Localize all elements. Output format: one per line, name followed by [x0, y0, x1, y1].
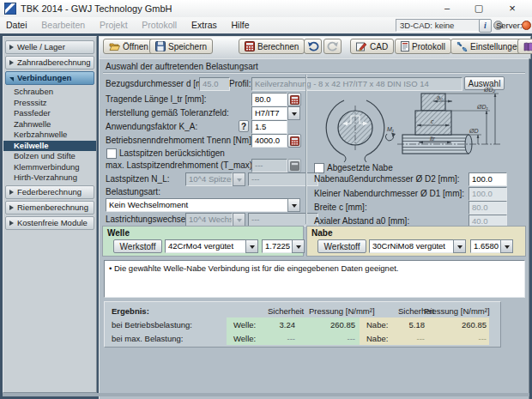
help-button[interactable]: Hilfe	[517, 39, 532, 54]
sidebar-category-welle-lager[interactable]: Welle / Lager	[5, 40, 94, 54]
menu-datei[interactable]: Datei	[0, 17, 33, 30]
calculator-icon	[290, 136, 299, 146]
chevron-right-icon	[9, 45, 14, 50]
ka-help-button[interactable]: ?	[239, 120, 249, 132]
belastungsart-select-value[interactable]: Kein Wechselmoment	[106, 198, 294, 212]
menu-bar: Datei Bearbeiten Projekt Protokoll Extra…	[0, 17, 532, 34]
belastungsart-dropdown-button[interactable]	[287, 198, 300, 212]
info-button[interactable]: i	[479, 19, 492, 33]
results-row-label: bei Betriebsbelastung:	[112, 320, 192, 329]
minimize-button[interactable]: –	[432, 0, 462, 17]
belastungsart-label: Belastungsart:	[106, 187, 160, 196]
sidebar-item-zahnwelle[interactable]: Zahnwelle	[3, 119, 96, 130]
sidebar-category-federberechnung[interactable]: Federberechnung	[5, 185, 94, 199]
close-button[interactable]: ×	[498, 0, 527, 17]
d1-field: 100.0	[469, 187, 507, 201]
maximize-button[interactable]: ▢	[464, 0, 493, 17]
cad-button-label: CAD	[370, 42, 388, 51]
diagram-d1-label: ØD₁	[476, 104, 489, 110]
calculator-icon	[245, 41, 255, 51]
protocol-button[interactable]: Protokoll	[395, 39, 451, 54]
sidebar-category-label: Federberechnung	[17, 187, 82, 196]
abgesetzte-nabe-checkbox[interactable]	[314, 163, 324, 173]
sidebar-item-bolzen-und-stifte[interactable]: Bolzen und Stifte	[3, 151, 96, 162]
chevron-right-icon	[9, 205, 14, 210]
save-button[interactable]: Speichern	[149, 39, 213, 54]
welle-werkstoff-button[interactable]: Werkstoff	[113, 239, 162, 253]
cad-button[interactable]: CAD	[350, 39, 394, 54]
sidebar-item-passfeder[interactable]: Passfeder	[3, 108, 96, 119]
chevron-right-icon	[9, 221, 14, 226]
results-welle-pressung: ---	[311, 334, 355, 343]
tnenn-calculator-button[interactable]	[287, 134, 301, 148]
sidebar-category-label: Verbindungen	[17, 73, 71, 82]
sidebar-category-verbindungen[interactable]: Verbindungen	[5, 71, 94, 85]
chevron-right-icon	[9, 60, 14, 65]
welle-section-title: Welle	[107, 228, 130, 238]
betriebsnenndrehmoment-field[interactable]: 4000.0	[251, 134, 287, 148]
nabe-material-select[interactable]: 30CrNiMo8 vergütet	[369, 239, 455, 253]
server-label: Server:	[496, 21, 523, 30]
results-row-label: bei max. Belastung:	[112, 334, 183, 343]
nabe-material-number-select[interactable]: 1.6580	[470, 239, 501, 253]
app-body: Öffnen Speichern Berechnen CAD	[0, 33, 532, 399]
undo-button[interactable]	[304, 39, 322, 54]
sidebar-category-riemenberechnung[interactable]: Riemenberechnung	[5, 201, 94, 215]
toleranzfeld-select-value[interactable]: H7/IT7	[251, 106, 287, 120]
sidebar-item-hirth-verzahnung[interactable]: Hirth-Verzahnung	[3, 172, 96, 184]
results-nabe-sicherheit: 5.18	[389, 320, 425, 329]
results-title: Ergebnis:	[112, 306, 149, 316]
sidebar-item-keilwelle[interactable]: Keilwelle	[3, 141, 96, 152]
sidebar-category-label: Kostenfreie Module	[17, 218, 88, 227]
nabe-material-dropdown-button[interactable]	[453, 239, 466, 253]
server-status-indicator	[522, 21, 531, 30]
diagram-a0-label: a₀	[437, 94, 443, 100]
welle-number-dropdown-button[interactable]	[292, 239, 305, 253]
d2-field[interactable]: 100.0	[469, 172, 507, 186]
menu-hilfe[interactable]: Hilfe	[226, 17, 256, 30]
section-divider	[103, 72, 525, 74]
welle-material-section: Welle Werkstoff 42CrMo4 vergütet 1.7225	[102, 226, 304, 257]
sidebar-category-zahnradberechnung[interactable]: Zahnradberechnung	[5, 56, 94, 70]
sidebar-item-schrauben[interactable]: Schrauben	[3, 87, 96, 98]
section-title: Auswahl der auftretenden Belastungsart	[106, 62, 258, 71]
results-welle-label: Welle:	[233, 320, 256, 329]
wechsel-dropdown-button	[233, 213, 245, 227]
profil-label: Profil:	[229, 79, 251, 88]
lastspitzen-checkbox[interactable]	[106, 148, 117, 159]
lastrichtungswechsel-label: Lastrichtungswechsel:	[106, 215, 190, 224]
nabe-werkstoff-button[interactable]: Werkstoff	[317, 239, 366, 253]
menu-extras[interactable]: Extras	[185, 17, 223, 30]
tmax-label: max. Lastspitzendrehmoment (T_max) [Nm]:	[106, 160, 275, 170]
calculate-button[interactable]: Berechnen	[239, 39, 305, 54]
book-icon	[523, 42, 532, 51]
welle-material-select[interactable]: 42CrMo4 vergütet	[165, 239, 247, 253]
anwendungsfaktor-field[interactable]: 1.5	[251, 120, 287, 134]
cad-status-box: 3D-CAD: keine Aufträge	[396, 19, 481, 32]
abgesetzte-nabe-label: Abgesetzte Nabe	[327, 163, 393, 172]
wrench-icon	[456, 41, 468, 51]
calculator-icon	[290, 161, 299, 171]
toleranzfeld-dropdown-button[interactable]	[287, 106, 300, 120]
sidebar-category-kostenfreie-module[interactable]: Kostenfreie Module	[5, 216, 94, 230]
tragende-laenge-field[interactable]: 80.0	[251, 93, 287, 106]
results-col-pressung-nabe: Pressung [N/mm²]	[424, 306, 490, 316]
open-button[interactable]: Öffnen	[103, 39, 154, 54]
nabe-number-dropdown-button[interactable]	[500, 239, 513, 253]
nabe-material-section: Nabe Werkstoff 30CrNiMo8 vergütet 1.6580	[306, 226, 526, 257]
welle-material-number-select[interactable]: 1.7225	[262, 239, 293, 253]
settings-button[interactable]: Einstellungen	[450, 39, 528, 54]
results-welle-sicherheit: ---	[259, 334, 295, 343]
anwendungsfaktor-label: Anwendungsfaktor K_A:	[106, 122, 197, 131]
application-window: TBK 2014 - GWJ Technology GmbH – ▢ × Dat…	[0, 0, 532, 399]
menu-projekt: Projekt	[94, 17, 134, 30]
welle-material-dropdown-button[interactable]	[245, 239, 258, 253]
redo-icon	[327, 41, 339, 51]
document-icon	[401, 41, 409, 51]
sidebar-category-label: Zahnradberechnung	[17, 57, 91, 67]
lastspitzen-nl-label: Lastspitzen N_L:	[106, 174, 170, 184]
sidebar-item-klemmverbindung[interactable]: Klemmverbindung	[3, 162, 96, 173]
sidebar-item-presssitz[interactable]: Presssitz	[3, 98, 96, 109]
laenge-calculator-button[interactable]	[287, 93, 301, 106]
sidebar-item-kerbzahnwelle[interactable]: Kerbzahnwelle	[3, 130, 96, 141]
